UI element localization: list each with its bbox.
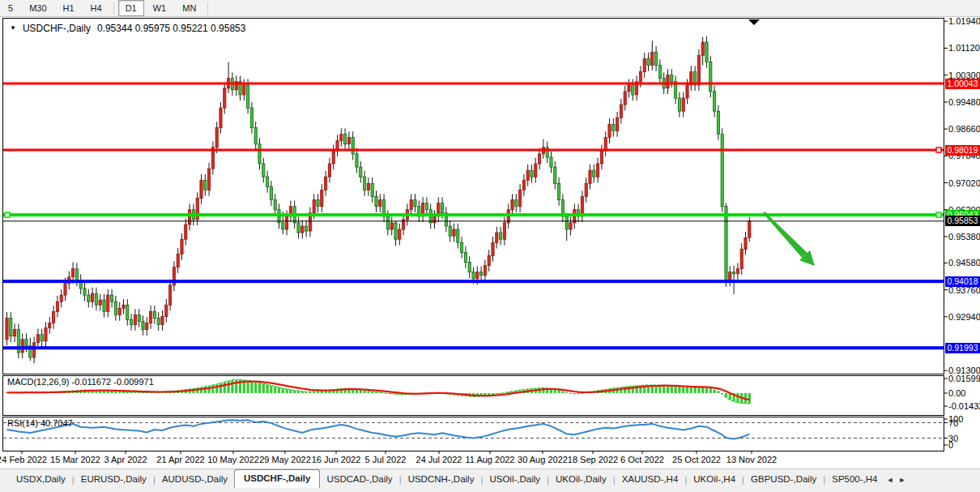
timeframe-button-mn[interactable]: MN bbox=[175, 0, 203, 16]
date-label: 10 May 2022 bbox=[207, 455, 259, 464]
chart-tab-ukoil-h4[interactable]: UKOil-,H4 bbox=[687, 471, 742, 487]
chart-tab-bar: USDX,Daily|EURUSD-,Daily|AUDUSD-,DailyUS… bbox=[0, 468, 980, 487]
timeframe-button-5[interactable]: 5 bbox=[1, 0, 20, 16]
price-tick-label: 0.95380 bbox=[948, 232, 980, 242]
date-label: 6 Oct 2022 bbox=[620, 455, 664, 464]
chart-tab-usdcad-daily[interactable]: USDCAD-,Daily bbox=[320, 471, 398, 487]
price-tick-label: 0.99480 bbox=[948, 97, 980, 107]
chart-tab-usdcnh-daily[interactable]: USDCNH-,Daily bbox=[402, 471, 481, 487]
toolbar-separator bbox=[207, 2, 208, 15]
chart-tab-sp500-h4[interactable]: SP500-,H4 bbox=[825, 471, 884, 487]
price-tick-label: 1.01120 bbox=[948, 43, 980, 53]
price-tick-label: 0.98660 bbox=[948, 124, 980, 134]
price-chart-panel[interactable] bbox=[2, 18, 944, 374]
chart-tab-xauusd-h4[interactable]: XAUUSD-,H4 bbox=[616, 471, 685, 487]
date-label: 16 Jun 2022 bbox=[312, 455, 361, 464]
rsi-panel[interactable] bbox=[2, 417, 944, 451]
date-label: 24 Feb 2022 bbox=[0, 455, 47, 464]
date-label: 13 Nov 2022 bbox=[726, 455, 777, 464]
chart-tab-eurusd-daily[interactable]: EURUSD-,Daily bbox=[75, 471, 153, 487]
rsi-axis-label: 70 bbox=[948, 418, 958, 428]
timeframe-button-m30[interactable]: M30 bbox=[22, 0, 53, 16]
timeframe-button-w1[interactable]: W1 bbox=[146, 0, 174, 16]
chart-tab-usdchf-daily[interactable]: USDCHF-,Daily bbox=[234, 469, 320, 488]
timeframe-button-d1[interactable]: D1 bbox=[118, 0, 144, 16]
chart-tab-usoil-daily[interactable]: USOil-,Daily bbox=[483, 471, 547, 487]
chart-title-ohlc: 0.95344 0.95975 0.95221 0.95853 bbox=[97, 23, 246, 34]
price-tick-label: 1.01940 bbox=[948, 16, 980, 26]
chart-tab-usdx-daily[interactable]: USDX,Daily bbox=[10, 471, 72, 487]
date-label: 30 Aug 2022 bbox=[518, 455, 568, 464]
macd-axis-label: -0.014321 bbox=[948, 401, 980, 411]
macd-axis-label: 0.01599 bbox=[948, 374, 980, 383]
macd-axis-label: 0.00 bbox=[948, 388, 965, 398]
price-tick-label: 0.92940 bbox=[948, 312, 980, 322]
date-label: 25 Oct 2022 bbox=[672, 455, 721, 464]
tab-scroll-right-icon[interactable]: ► bbox=[896, 473, 908, 487]
price-badge-1.00043: 1.00043 bbox=[945, 79, 980, 89]
chart-tab-ukoil-daily[interactable]: UKOil-,Daily bbox=[549, 471, 613, 487]
date-label: 18 Sep 2022 bbox=[568, 455, 618, 464]
price-badge-0.95853: 0.95853 bbox=[945, 216, 980, 226]
date-label: 11 Aug 2022 bbox=[466, 455, 515, 464]
date-label: 29 May 2022 bbox=[259, 455, 311, 464]
rsi-indicator-label: RSI(14) 40.7047 bbox=[7, 418, 73, 428]
timeframe-toolbar: 5M30H1H4D1W1MN bbox=[0, 0, 980, 17]
price-badge-0.94018: 0.94018 bbox=[945, 276, 980, 287]
date-label: 3 Apr 2022 bbox=[104, 455, 147, 464]
chart-title: ▼ USDCHF-,Daily 0.95344 0.95975 0.95221 … bbox=[10, 23, 245, 34]
price-tick-label: 0.97020 bbox=[948, 178, 980, 188]
macd-indicator-label: MACD(12,26,9) -0.011672 -0.009971 bbox=[7, 377, 154, 387]
terminal-window: 5M30H1H4D1W1MN ▼ USDCHF-,Daily 0.95344 0… bbox=[0, 0, 980, 492]
chart-tab-gbpusd-daily[interactable]: GBPUSD-,Daily bbox=[744, 471, 823, 487]
tab-scroll-left-icon[interactable]: ◄ bbox=[884, 473, 897, 487]
rsi-axis-label: 0 bbox=[948, 440, 953, 450]
timeframe-button-h1[interactable]: H1 bbox=[56, 0, 82, 16]
date-label: 24 Jul 2022 bbox=[416, 455, 462, 464]
date-label: 21 Apr 2022 bbox=[156, 455, 204, 464]
timeframe-button-h4[interactable]: H4 bbox=[83, 0, 109, 16]
price-tick-label: 0.94580 bbox=[948, 258, 980, 267]
price-badge-0.98019: 0.98019 bbox=[945, 145, 980, 156]
chart-tab-audusd-daily[interactable]: AUDUSD-,Daily bbox=[156, 471, 234, 487]
chart-menu-triangle-icon[interactable]: ▼ bbox=[10, 24, 16, 32]
toolbar-separator bbox=[113, 2, 114, 15]
date-label: 5 Jul 2022 bbox=[365, 455, 407, 464]
bottom-strip bbox=[0, 486, 980, 492]
price-badge-0.91993: 0.91993 bbox=[945, 343, 980, 353]
chart-title-symbol: USDCHF-,Daily bbox=[23, 23, 91, 34]
date-label: 15 Mar 2022 bbox=[50, 455, 100, 464]
